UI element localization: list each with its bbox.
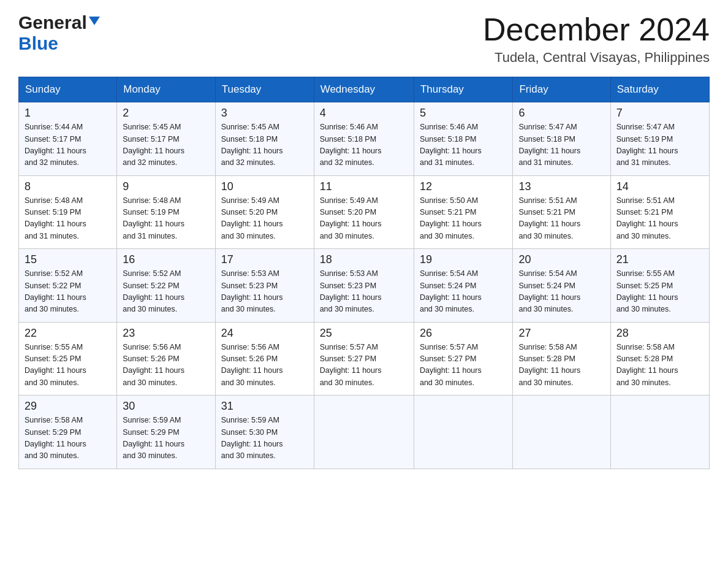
calendar-cell <box>610 396 709 469</box>
day-number: 2 <box>123 107 210 120</box>
day-number: 24 <box>221 327 308 340</box>
calendar-cell: 25Sunrise: 5:57 AM Sunset: 5:27 PM Dayli… <box>314 322 414 396</box>
calendar-cell: 9Sunrise: 5:48 AM Sunset: 5:19 PM Daylig… <box>117 175 216 249</box>
day-info: Sunrise: 5:51 AM Sunset: 5:21 PM Dayligh… <box>616 195 703 243</box>
day-info: Sunrise: 5:53 AM Sunset: 5:23 PM Dayligh… <box>221 268 308 316</box>
calendar-cell: 18Sunrise: 5:53 AM Sunset: 5:23 PM Dayli… <box>314 249 414 323</box>
calendar-cell: 5Sunrise: 5:46 AM Sunset: 5:18 PM Daylig… <box>414 102 513 176</box>
calendar-cell: 19Sunrise: 5:54 AM Sunset: 5:24 PM Dayli… <box>414 249 513 323</box>
day-info: Sunrise: 5:45 AM Sunset: 5:17 PM Dayligh… <box>123 121 210 169</box>
calendar-cell: 27Sunrise: 5:58 AM Sunset: 5:28 PM Dayli… <box>513 322 610 396</box>
day-number: 29 <box>25 400 111 413</box>
weekday-header-wednesday: Wednesday <box>314 77 414 102</box>
day-info: Sunrise: 5:47 AM Sunset: 5:18 PM Dayligh… <box>518 121 604 169</box>
calendar-cell: 21Sunrise: 5:55 AM Sunset: 5:25 PM Dayli… <box>610 249 709 323</box>
calendar-cell: 16Sunrise: 5:52 AM Sunset: 5:22 PM Dayli… <box>117 249 216 323</box>
calendar-cell: 14Sunrise: 5:51 AM Sunset: 5:21 PM Dayli… <box>610 175 709 249</box>
day-number: 8 <box>25 180 111 193</box>
weekday-header-sunday: Sunday <box>19 77 117 102</box>
weekday-header-friday: Friday <box>513 77 610 102</box>
day-number: 9 <box>123 180 210 193</box>
weekday-header-row: SundayMondayTuesdayWednesdayThursdayFrid… <box>19 77 710 102</box>
weekday-header-saturday: Saturday <box>610 77 709 102</box>
day-number: 26 <box>420 327 507 340</box>
calendar-cell: 3Sunrise: 5:45 AM Sunset: 5:18 PM Daylig… <box>215 102 314 176</box>
day-info: Sunrise: 5:58 AM Sunset: 5:29 PM Dayligh… <box>25 415 111 462</box>
title-block: December 2024 Tudela, Central Visayas, P… <box>483 12 710 66</box>
day-number: 7 <box>616 107 703 120</box>
page-header: General Blue December 2024 Tudela, Centr… <box>18 12 710 66</box>
day-number: 14 <box>616 180 703 193</box>
logo-general-text: General <box>18 12 87 33</box>
day-info: Sunrise: 5:49 AM Sunset: 5:20 PM Dayligh… <box>221 195 308 243</box>
calendar-cell: 30Sunrise: 5:59 AM Sunset: 5:29 PM Dayli… <box>117 396 216 469</box>
calendar-cell: 1Sunrise: 5:44 AM Sunset: 5:17 PM Daylig… <box>19 102 117 176</box>
calendar-cell: 28Sunrise: 5:58 AM Sunset: 5:28 PM Dayli… <box>610 322 709 396</box>
day-number: 18 <box>320 253 408 266</box>
day-info: Sunrise: 5:58 AM Sunset: 5:28 PM Dayligh… <box>616 342 703 389</box>
day-info: Sunrise: 5:51 AM Sunset: 5:21 PM Dayligh… <box>518 195 604 243</box>
calendar-cell: 2Sunrise: 5:45 AM Sunset: 5:17 PM Daylig… <box>117 102 216 176</box>
calendar-week-row: 29Sunrise: 5:58 AM Sunset: 5:29 PM Dayli… <box>19 396 710 469</box>
day-number: 23 <box>123 327 210 340</box>
day-info: Sunrise: 5:55 AM Sunset: 5:25 PM Dayligh… <box>25 342 111 389</box>
day-number: 10 <box>221 180 308 193</box>
calendar-cell: 24Sunrise: 5:56 AM Sunset: 5:26 PM Dayli… <box>215 322 314 396</box>
logo-blue-text: Blue <box>18 33 58 53</box>
day-number: 16 <box>123 253 210 266</box>
day-info: Sunrise: 5:52 AM Sunset: 5:22 PM Dayligh… <box>123 268 210 316</box>
logo-triangle-icon <box>89 17 100 25</box>
location-title: Tudela, Central Visayas, Philippines <box>483 50 710 66</box>
calendar-cell: 7Sunrise: 5:47 AM Sunset: 5:19 PM Daylig… <box>610 102 709 176</box>
day-info: Sunrise: 5:47 AM Sunset: 5:19 PM Dayligh… <box>616 121 703 169</box>
day-info: Sunrise: 5:48 AM Sunset: 5:19 PM Dayligh… <box>123 195 210 243</box>
calendar-week-row: 22Sunrise: 5:55 AM Sunset: 5:25 PM Dayli… <box>19 322 710 396</box>
day-number: 31 <box>221 400 308 413</box>
day-info: Sunrise: 5:56 AM Sunset: 5:26 PM Dayligh… <box>221 342 308 389</box>
day-info: Sunrise: 5:53 AM Sunset: 5:23 PM Dayligh… <box>320 268 408 316</box>
weekday-header-thursday: Thursday <box>414 77 513 102</box>
calendar-cell <box>414 396 513 469</box>
day-info: Sunrise: 5:45 AM Sunset: 5:18 PM Dayligh… <box>221 121 308 169</box>
day-number: 20 <box>518 253 604 266</box>
day-info: Sunrise: 5:44 AM Sunset: 5:17 PM Dayligh… <box>25 121 111 169</box>
day-number: 21 <box>616 253 703 266</box>
day-number: 13 <box>518 180 604 193</box>
day-number: 3 <box>221 107 308 120</box>
calendar-week-row: 1Sunrise: 5:44 AM Sunset: 5:17 PM Daylig… <box>19 102 710 176</box>
calendar-cell: 13Sunrise: 5:51 AM Sunset: 5:21 PM Dayli… <box>513 175 610 249</box>
calendar-cell: 31Sunrise: 5:59 AM Sunset: 5:30 PM Dayli… <box>215 396 314 469</box>
day-info: Sunrise: 5:46 AM Sunset: 5:18 PM Dayligh… <box>320 121 408 169</box>
calendar-cell: 6Sunrise: 5:47 AM Sunset: 5:18 PM Daylig… <box>513 102 610 176</box>
day-info: Sunrise: 5:54 AM Sunset: 5:24 PM Dayligh… <box>518 268 604 316</box>
day-info: Sunrise: 5:54 AM Sunset: 5:24 PM Dayligh… <box>420 268 507 316</box>
day-number: 19 <box>420 253 507 266</box>
day-info: Sunrise: 5:55 AM Sunset: 5:25 PM Dayligh… <box>616 268 703 316</box>
day-info: Sunrise: 5:59 AM Sunset: 5:30 PM Dayligh… <box>221 415 308 462</box>
day-info: Sunrise: 5:58 AM Sunset: 5:28 PM Dayligh… <box>518 342 604 389</box>
day-number: 22 <box>25 327 111 340</box>
day-number: 12 <box>420 180 507 193</box>
calendar-week-row: 8Sunrise: 5:48 AM Sunset: 5:19 PM Daylig… <box>19 175 710 249</box>
day-number: 17 <box>221 253 308 266</box>
calendar-cell: 29Sunrise: 5:58 AM Sunset: 5:29 PM Dayli… <box>19 396 117 469</box>
day-number: 30 <box>123 400 210 413</box>
day-info: Sunrise: 5:46 AM Sunset: 5:18 PM Dayligh… <box>420 121 507 169</box>
day-number: 11 <box>320 180 408 193</box>
calendar-table: SundayMondayTuesdayWednesdayThursdayFrid… <box>18 77 710 469</box>
calendar-cell: 12Sunrise: 5:50 AM Sunset: 5:21 PM Dayli… <box>414 175 513 249</box>
calendar-cell: 17Sunrise: 5:53 AM Sunset: 5:23 PM Dayli… <box>215 249 314 323</box>
day-info: Sunrise: 5:49 AM Sunset: 5:20 PM Dayligh… <box>320 195 408 243</box>
day-number: 6 <box>518 107 604 120</box>
weekday-header-tuesday: Tuesday <box>215 77 314 102</box>
calendar-cell: 23Sunrise: 5:56 AM Sunset: 5:26 PM Dayli… <box>117 322 216 396</box>
day-number: 4 <box>320 107 408 120</box>
day-number: 27 <box>518 327 604 340</box>
day-info: Sunrise: 5:57 AM Sunset: 5:27 PM Dayligh… <box>420 342 507 389</box>
calendar-cell: 10Sunrise: 5:49 AM Sunset: 5:20 PM Dayli… <box>215 175 314 249</box>
day-info: Sunrise: 5:48 AM Sunset: 5:19 PM Dayligh… <box>25 195 111 243</box>
calendar-cell: 4Sunrise: 5:46 AM Sunset: 5:18 PM Daylig… <box>314 102 414 176</box>
day-info: Sunrise: 5:52 AM Sunset: 5:22 PM Dayligh… <box>25 268 111 316</box>
calendar-week-row: 15Sunrise: 5:52 AM Sunset: 5:22 PM Dayli… <box>19 249 710 323</box>
calendar-cell <box>513 396 610 469</box>
